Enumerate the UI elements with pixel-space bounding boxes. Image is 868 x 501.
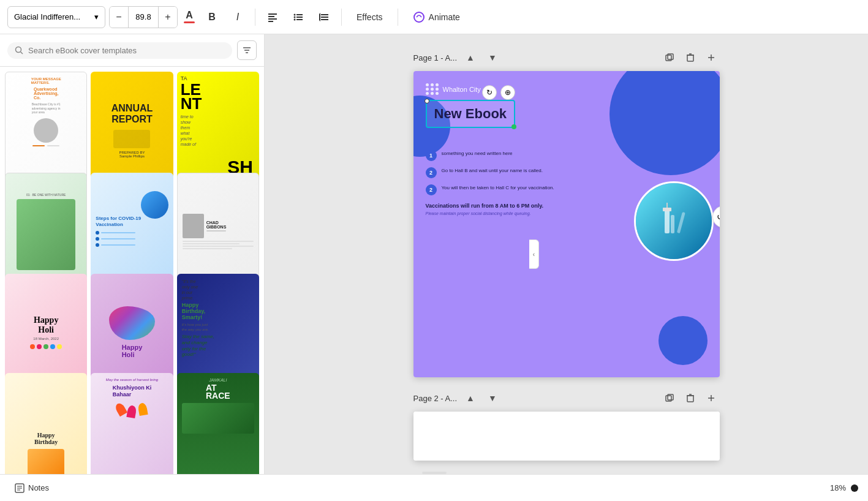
- divider-1: [255, 9, 255, 26]
- svg-rect-0: [268, 13, 277, 15]
- svg-rect-7: [296, 17, 303, 18]
- font-name: Glacial Indifferen...: [14, 12, 80, 21]
- zoom-dot[interactable]: [851, 484, 858, 492]
- title-container[interactable]: ↻ ⊕ New Ebook: [426, 100, 516, 138]
- search-icon: [15, 46, 23, 55]
- list-icon: [293, 12, 303, 22]
- add-page-icon-2: [708, 394, 715, 402]
- page1-up-button[interactable]: ▲: [462, 49, 479, 66]
- effects-button[interactable]: Effects: [348, 9, 391, 26]
- main-area: YOUR MESSAGEMATTERS. QuarkwoodAdvertisin…: [0, 34, 868, 474]
- svg-line-16: [21, 52, 23, 55]
- page1-steps: 1 something you need written here 2 Go t…: [426, 150, 708, 195]
- anchor-br: [511, 124, 516, 129]
- chevron-down-icon: ▾: [94, 12, 99, 21]
- font-size-control: − +: [109, 6, 178, 28]
- anchor-tl: [425, 99, 429, 104]
- page2-duplicate-button[interactable]: [661, 390, 678, 407]
- page2-delete-button[interactable]: [682, 390, 699, 407]
- duplicate-icon-2: [665, 394, 674, 402]
- page1-duplicate-button[interactable]: [661, 49, 678, 66]
- list-button[interactable]: [287, 6, 309, 28]
- page1-bottom-circle: [659, 316, 708, 365]
- move-handle[interactable]: ⊕: [500, 85, 515, 100]
- template-item[interactable]: May the season of harvest bring Khushiyo…: [91, 373, 173, 474]
- font-size-decrease[interactable]: −: [110, 6, 128, 28]
- svg-rect-9: [296, 19, 303, 20]
- template-item[interactable]: ANNUALREPORT PREPARED BYSample Phillips: [91, 72, 173, 189]
- divider-3: [398, 9, 398, 26]
- canvas-area: Page 1 - A... ▲ ▼: [265, 34, 868, 474]
- template-item[interactable]: Steps for COVID-19Vaccination: [91, 173, 173, 290]
- step-num-3: 2: [426, 184, 437, 195]
- sidebar-collapse-button[interactable]: ‹: [529, 239, 539, 269]
- template-grid: YOUR MESSAGEMATTERS. QuarkwoodAdvertisin…: [0, 67, 264, 474]
- page2-down-button[interactable]: ▼: [484, 390, 501, 407]
- page2-canvas: [413, 412, 720, 461]
- template-item[interactable]: CHADGIBBONS: [177, 173, 259, 290]
- svg-point-6: [294, 16, 296, 18]
- notice-subtitle: Please maintain proper social distancing…: [426, 211, 708, 216]
- filter-button[interactable]: [237, 40, 257, 60]
- font-size-increase[interactable]: +: [159, 6, 177, 28]
- step-text-1: something you need written here: [442, 150, 708, 157]
- template-item[interactable]: YOUR MESSAGEMATTERS. QuarkwoodAdvertisin…: [5, 72, 87, 189]
- zoom-control: 18%: [830, 483, 858, 492]
- svg-rect-22: [687, 55, 693, 61]
- page1-controls: Page 1 - A... ▲ ▼: [413, 49, 720, 66]
- italic-button[interactable]: I: [227, 6, 249, 28]
- brand-dots: [426, 83, 439, 95]
- align-button[interactable]: [262, 6, 284, 28]
- search-input[interactable]: [28, 46, 225, 55]
- page2-label: Page 2 - A...: [413, 394, 458, 403]
- svg-rect-12: [321, 19, 328, 20]
- page1-down-button[interactable]: ▼: [484, 49, 501, 66]
- trash-icon-2: [687, 394, 694, 402]
- bold-button[interactable]: B: [201, 6, 223, 28]
- font-size-input[interactable]: [128, 6, 159, 28]
- step-num-1: 1: [426, 150, 437, 161]
- page1-label: Page 1 - A...: [413, 53, 458, 62]
- page2-up-button[interactable]: ▲: [462, 390, 479, 407]
- step-1: 1 something you need written here: [426, 150, 708, 161]
- template-sidebar: YOUR MESSAGEMATTERS. QuarkwoodAdvertisin…: [0, 34, 265, 474]
- step-num-2: 2: [426, 167, 437, 178]
- font-selector[interactable]: Glacial Indifferen... ▾: [7, 6, 105, 28]
- svg-point-4: [294, 13, 296, 15]
- page1-notice: Vaccinations will run from 8 AM to 6 PM …: [426, 203, 708, 216]
- template-item[interactable]: TA LENT time toshowthemwhatyou'remade of…: [177, 72, 259, 189]
- page1-wrapper: Page 1 - A... ▲ ▼: [413, 49, 720, 377]
- canvas-handle: [422, 472, 447, 474]
- brand-name: Whalton City: [443, 86, 481, 93]
- step-text-2: Go to Hall B and wait until your name is…: [442, 167, 708, 174]
- svg-point-14: [414, 12, 424, 22]
- page1-delete-button[interactable]: [682, 49, 699, 66]
- svg-rect-2: [268, 18, 277, 20]
- step-3: 2 You will then be taken to Hall C for y…: [426, 184, 708, 195]
- page2-controls: Page 2 - A... ▲ ▼: [413, 390, 720, 407]
- page1-add-button[interactable]: [703, 49, 720, 66]
- page2-add-button[interactable]: [703, 390, 720, 407]
- page1-brand: Whalton City: [426, 83, 708, 95]
- page1-content: Whalton City ↻ ⊕ New Ebook: [413, 71, 720, 228]
- svg-rect-34: [687, 396, 693, 402]
- text-color-button[interactable]: A: [181, 8, 197, 26]
- color-underline: [184, 21, 195, 23]
- animate-button[interactable]: Animate: [404, 7, 469, 27]
- step-text-3: You will then be taken to Hall C for you…: [442, 184, 708, 191]
- template-item[interactable]: JAMKALI ATRACE: [177, 373, 259, 474]
- notes-icon: [15, 483, 25, 493]
- rotate-handle[interactable]: ↻: [482, 85, 497, 100]
- svg-rect-1: [268, 16, 274, 17]
- template-item[interactable]: 01 · BE ONE WITH NATURE: [5, 173, 87, 290]
- title-box[interactable]: New Ebook: [426, 100, 516, 128]
- line-spacing-icon: [319, 12, 330, 23]
- notes-button[interactable]: Notes: [10, 481, 54, 495]
- line-spacing-button[interactable]: [313, 6, 335, 28]
- page1-design: Whalton City ↻ ⊕ New Ebook: [413, 71, 720, 377]
- template-item[interactable]: HappyBirthday: [5, 373, 87, 474]
- page-title[interactable]: New Ebook: [434, 106, 507, 121]
- align-icon: [268, 12, 277, 22]
- page1-actions: [661, 49, 720, 66]
- search-bar: [0, 34, 264, 67]
